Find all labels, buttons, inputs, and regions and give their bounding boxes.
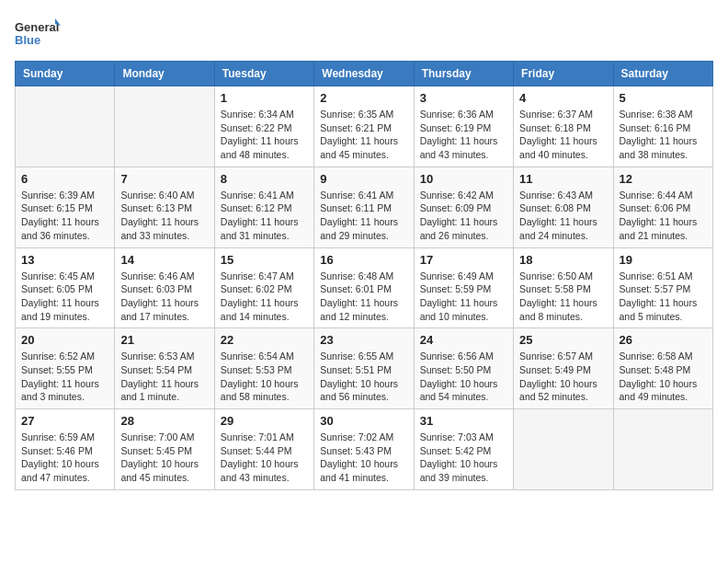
day-number: 28	[120, 414, 208, 428]
calendar-cell: 2Sunrise: 6:35 AM Sunset: 6:21 PM Daylig…	[314, 86, 414, 167]
calendar-cell	[16, 86, 115, 167]
weekday-header: Wednesday	[314, 62, 414, 86]
weekday-header: Friday	[514, 62, 613, 86]
day-info: Sunrise: 6:45 AM Sunset: 6:05 PM Dayligh…	[21, 270, 108, 324]
weekday-header: Tuesday	[214, 62, 313, 86]
day-info: Sunrise: 6:56 AM Sunset: 5:50 PM Dayligh…	[420, 350, 507, 404]
day-info: Sunrise: 7:01 AM Sunset: 5:44 PM Dayligh…	[221, 431, 308, 485]
calendar-cell	[613, 409, 712, 490]
day-number: 27	[21, 414, 108, 428]
calendar-cell: 12Sunrise: 6:44 AM Sunset: 6:06 PM Dayli…	[613, 167, 712, 247]
calendar-cell: 17Sunrise: 6:49 AM Sunset: 5:59 PM Dayli…	[414, 247, 513, 328]
day-number: 14	[120, 253, 208, 267]
calendar-week-row: 1Sunrise: 6:34 AM Sunset: 6:22 PM Daylig…	[16, 86, 713, 167]
calendar-cell: 20Sunrise: 6:52 AM Sunset: 5:55 PM Dayli…	[16, 328, 115, 409]
day-number: 7	[120, 172, 208, 186]
calendar-cell: 26Sunrise: 6:58 AM Sunset: 5:48 PM Dayli…	[613, 328, 712, 409]
day-number: 20	[21, 333, 108, 347]
calendar-cell: 25Sunrise: 6:57 AM Sunset: 5:49 PM Dayli…	[514, 328, 613, 409]
day-number: 23	[320, 333, 407, 347]
calendar-cell: 3Sunrise: 6:36 AM Sunset: 6:19 PM Daylig…	[414, 86, 513, 167]
calendar-cell: 21Sunrise: 6:53 AM Sunset: 5:54 PM Dayli…	[115, 328, 214, 409]
calendar-cell: 27Sunrise: 6:59 AM Sunset: 5:46 PM Dayli…	[16, 409, 115, 490]
calendar-cell: 16Sunrise: 6:48 AM Sunset: 6:01 PM Dayli…	[314, 247, 414, 328]
calendar-cell: 5Sunrise: 6:38 AM Sunset: 6:16 PM Daylig…	[613, 86, 712, 167]
svg-text:Blue: Blue	[15, 33, 40, 47]
calendar-cell: 11Sunrise: 6:43 AM Sunset: 6:08 PM Dayli…	[514, 167, 613, 247]
calendar-table: SundayMondayTuesdayWednesdayThursdayFrid…	[15, 61, 713, 490]
day-info: Sunrise: 6:42 AM Sunset: 6:09 PM Dayligh…	[420, 189, 507, 243]
weekday-header: Sunday	[16, 62, 115, 86]
day-info: Sunrise: 6:58 AM Sunset: 5:48 PM Dayligh…	[620, 350, 707, 404]
calendar-cell: 7Sunrise: 6:40 AM Sunset: 6:13 PM Daylig…	[115, 167, 214, 247]
weekday-header: Thursday	[414, 62, 513, 86]
calendar-week-row: 13Sunrise: 6:45 AM Sunset: 6:05 PM Dayli…	[16, 247, 713, 328]
day-number: 26	[620, 333, 707, 347]
day-info: Sunrise: 6:51 AM Sunset: 5:57 PM Dayligh…	[620, 270, 707, 324]
day-number: 15	[221, 253, 308, 267]
calendar-cell: 19Sunrise: 6:51 AM Sunset: 5:57 PM Dayli…	[613, 247, 712, 328]
calendar-cell: 30Sunrise: 7:02 AM Sunset: 5:43 PM Dayli…	[314, 409, 414, 490]
calendar-cell: 23Sunrise: 6:55 AM Sunset: 5:51 PM Dayli…	[314, 328, 414, 409]
weekday-header: Saturday	[613, 62, 712, 86]
logo: General Blue	[15, 15, 61, 52]
svg-text:General: General	[15, 20, 59, 34]
day-info: Sunrise: 7:00 AM Sunset: 5:45 PM Dayligh…	[120, 431, 208, 485]
calendar-cell: 4Sunrise: 6:37 AM Sunset: 6:18 PM Daylig…	[514, 86, 613, 167]
day-number: 21	[120, 333, 208, 347]
calendar-cell: 8Sunrise: 6:41 AM Sunset: 6:12 PM Daylig…	[214, 167, 313, 247]
day-info: Sunrise: 6:53 AM Sunset: 5:54 PM Dayligh…	[120, 350, 208, 404]
day-number: 17	[420, 253, 507, 267]
logo-svg: General Blue	[15, 15, 61, 52]
day-info: Sunrise: 6:44 AM Sunset: 6:06 PM Dayligh…	[620, 189, 707, 243]
day-number: 13	[21, 253, 108, 267]
day-info: Sunrise: 6:48 AM Sunset: 6:01 PM Dayligh…	[320, 270, 407, 324]
day-info: Sunrise: 6:41 AM Sunset: 6:12 PM Dayligh…	[221, 189, 308, 243]
weekday-header-row: SundayMondayTuesdayWednesdayThursdayFrid…	[16, 62, 713, 86]
calendar-cell: 31Sunrise: 7:03 AM Sunset: 5:42 PM Dayli…	[414, 409, 513, 490]
day-info: Sunrise: 6:40 AM Sunset: 6:13 PM Dayligh…	[120, 189, 208, 243]
day-info: Sunrise: 6:38 AM Sunset: 6:16 PM Dayligh…	[620, 108, 707, 162]
day-number: 25	[519, 333, 607, 347]
day-number: 3	[420, 91, 507, 105]
day-number: 19	[620, 253, 707, 267]
calendar-cell: 18Sunrise: 6:50 AM Sunset: 5:58 PM Dayli…	[514, 247, 613, 328]
day-number: 16	[320, 253, 407, 267]
day-info: Sunrise: 6:35 AM Sunset: 6:21 PM Dayligh…	[320, 108, 407, 162]
calendar-week-row: 20Sunrise: 6:52 AM Sunset: 5:55 PM Dayli…	[16, 328, 713, 409]
calendar-cell: 6Sunrise: 6:39 AM Sunset: 6:15 PM Daylig…	[16, 167, 115, 247]
calendar-cell: 22Sunrise: 6:54 AM Sunset: 5:53 PM Dayli…	[214, 328, 313, 409]
day-info: Sunrise: 6:49 AM Sunset: 5:59 PM Dayligh…	[420, 270, 507, 324]
day-info: Sunrise: 6:39 AM Sunset: 6:15 PM Dayligh…	[21, 189, 108, 243]
day-number: 10	[420, 172, 507, 186]
day-info: Sunrise: 7:03 AM Sunset: 5:42 PM Dayligh…	[420, 431, 507, 485]
day-number: 29	[221, 414, 308, 428]
day-number: 5	[620, 91, 707, 105]
day-number: 8	[221, 172, 308, 186]
day-info: Sunrise: 6:43 AM Sunset: 6:08 PM Dayligh…	[519, 189, 607, 243]
day-number: 9	[320, 172, 407, 186]
day-info: Sunrise: 6:54 AM Sunset: 5:53 PM Dayligh…	[221, 350, 308, 404]
day-info: Sunrise: 6:47 AM Sunset: 6:02 PM Dayligh…	[221, 270, 308, 324]
day-info: Sunrise: 6:46 AM Sunset: 6:03 PM Dayligh…	[120, 270, 208, 324]
calendar-cell: 29Sunrise: 7:01 AM Sunset: 5:44 PM Dayli…	[214, 409, 313, 490]
calendar-cell: 14Sunrise: 6:46 AM Sunset: 6:03 PM Dayli…	[115, 247, 214, 328]
day-number: 30	[320, 414, 407, 428]
calendar-week-row: 6Sunrise: 6:39 AM Sunset: 6:15 PM Daylig…	[16, 167, 713, 247]
day-number: 12	[620, 172, 707, 186]
calendar-cell: 24Sunrise: 6:56 AM Sunset: 5:50 PM Dayli…	[414, 328, 513, 409]
calendar-cell: 28Sunrise: 7:00 AM Sunset: 5:45 PM Dayli…	[115, 409, 214, 490]
day-info: Sunrise: 6:37 AM Sunset: 6:18 PM Dayligh…	[519, 108, 607, 162]
day-number: 6	[21, 172, 108, 186]
day-number: 22	[221, 333, 308, 347]
day-number: 31	[420, 414, 507, 428]
day-info: Sunrise: 6:36 AM Sunset: 6:19 PM Dayligh…	[420, 108, 507, 162]
calendar-cell: 13Sunrise: 6:45 AM Sunset: 6:05 PM Dayli…	[16, 247, 115, 328]
day-info: Sunrise: 6:55 AM Sunset: 5:51 PM Dayligh…	[320, 350, 407, 404]
day-info: Sunrise: 6:59 AM Sunset: 5:46 PM Dayligh…	[21, 431, 108, 485]
weekday-header: Monday	[115, 62, 214, 86]
page-header: General Blue	[15, 15, 713, 52]
day-info: Sunrise: 6:50 AM Sunset: 5:58 PM Dayligh…	[519, 270, 607, 324]
calendar-week-row: 27Sunrise: 6:59 AM Sunset: 5:46 PM Dayli…	[16, 409, 713, 490]
day-number: 2	[320, 91, 407, 105]
